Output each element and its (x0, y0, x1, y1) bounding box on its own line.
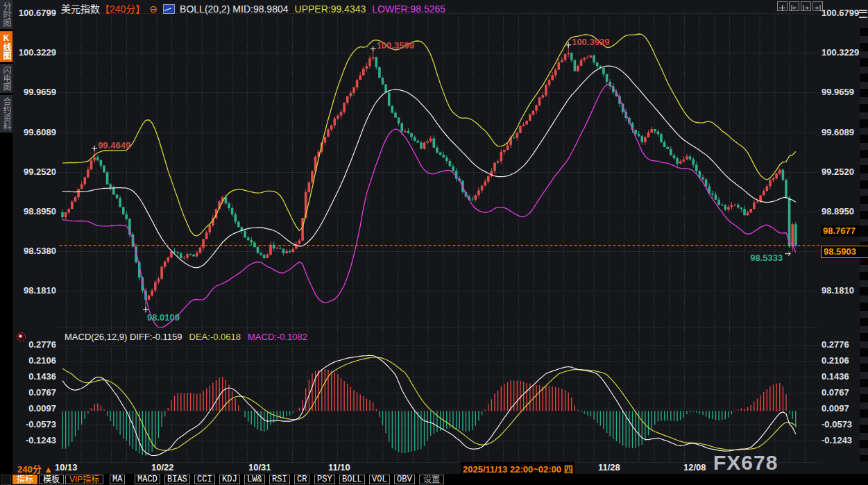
macd-axis-label-right: -0.0573 (822, 419, 852, 430)
pan-icon[interactable] (777, 1, 788, 11)
time-axis-label: 11/10 (328, 462, 350, 473)
time-axis-label: 10/22 (151, 462, 174, 473)
sidebar-item-4[interactable]: 合约资料 (0, 95, 12, 133)
macd-plot (62, 355, 796, 456)
toolbar-button-cr[interactable]: CR (294, 475, 309, 484)
toolbar-button-vip[interactable]: VIP指标 (65, 475, 103, 484)
toolbar-button-cci[interactable]: CCI (194, 475, 215, 484)
extreme-marker (143, 307, 148, 312)
macd-diff-line (62, 355, 796, 455)
macd-formula: MACD(26,12,9) DIFF:-0.1159 (65, 332, 182, 342)
sidebar-item-2[interactable]: K线图 (0, 31, 12, 62)
macd-axis-label-right: -0.1243 (822, 435, 852, 446)
trading-app: 美元指数【240分】⊖BOLL(20,2) MID:98.9804UPPER:9… (0, 0, 868, 485)
chart-title-bar: 美元指数【240分】⊖BOLL(20,2) MID:98.9804UPPER:9… (61, 1, 445, 13)
price-annotation: 98.5333 (744, 253, 783, 263)
toolbar-button-boll[interactable]: BOLL (339, 475, 365, 484)
toolbar-button-rsi[interactable]: RSI (269, 475, 290, 484)
price-axis-label-right: 99.6089 (822, 127, 854, 138)
extreme-marker (371, 46, 376, 51)
boll-mid-line (62, 66, 796, 268)
price-axis-label-right: 98.8950 (822, 206, 854, 217)
toolbar-button-btn1[interactable]: 模板 (39, 475, 64, 484)
shift-end-icon[interactable] (812, 1, 823, 11)
time-axis-label: 12/08 (683, 462, 706, 473)
extreme-arrow (785, 252, 790, 256)
indicator-dot-icon[interactable] (17, 332, 26, 341)
toolbar-button-macd[interactable]: MACD (135, 475, 160, 484)
price-axis-label-right: 100.6799 (822, 8, 859, 19)
boll-indicator-label: BOLL(20,2) MID:98.9804 (180, 3, 288, 15)
price-annotation: 99.4649 (98, 140, 130, 151)
left-sidebar: 分时图K线图闪电图合约资料 (0, 0, 12, 485)
extreme-marker (92, 146, 97, 151)
macd-histogram-positive (92, 369, 787, 411)
price-annotation: 100.3939 (572, 37, 609, 47)
toolbar-button-lw[interactable]: LW& (244, 475, 265, 484)
bottom-toolbar: 指标模板VIP指标MAMACDBIASCCIKDJLW&RSICRPSYBOLL… (0, 474, 868, 485)
toolbar-button-ma[interactable]: MA (110, 475, 125, 484)
boll-upper-line (62, 34, 796, 236)
shift-right-icon[interactable] (801, 1, 811, 11)
toolbar-button-obv[interactable]: OBV (394, 475, 415, 484)
price-axis-label-right: 100.3229 (822, 47, 859, 58)
price-annotation: 100.3599 (377, 40, 414, 51)
price-axis-label-right: 99.2520 (822, 167, 854, 178)
price-axis-label-right: 99.9659 (822, 87, 854, 98)
toolbar-corner-box (1, 475, 11, 485)
candlestick-plot (61, 34, 797, 327)
collapse-icon[interactable]: ⊖ (149, 3, 158, 15)
toolbar-button-kdj[interactable]: KDJ (219, 475, 240, 484)
toolbar-button-vol[interactable]: VOL (369, 475, 390, 484)
chart-canvas (0, 0, 868, 485)
toolbar-button-btn0[interactable]: 指标 (12, 475, 37, 484)
sidebar-item-1[interactable]: 分时图 (0, 0, 12, 29)
macd-macd-value: MACD:-0.1082 (248, 332, 307, 342)
watermark-logo: FX678 (713, 451, 778, 475)
price-annotation: 98.0109 (147, 312, 180, 323)
chart-type-icon[interactable] (163, 4, 175, 14)
macd-axis-label-right: 0.2106 (822, 355, 849, 366)
macd-axis-label-right: 0.0767 (822, 387, 849, 398)
shift-left-icon[interactable] (789, 1, 799, 11)
price-axis-label-right: 98.1810 (822, 285, 854, 296)
time-axis-label: 10/13 (55, 462, 78, 473)
price-marker-last: 98.5903 (821, 246, 868, 258)
right-edge-scrollbar[interactable] (860, 28, 868, 461)
menu-icon[interactable] (859, 10, 867, 18)
symbol-name: 美元指数 (61, 3, 100, 15)
toolbar-button-bias[interactable]: BIAS (164, 475, 190, 484)
boll-upper-value: UPPER:99.4343 (295, 3, 366, 15)
sidebar-item-3[interactable]: 闪电图 (0, 64, 12, 93)
boll-lower-value: LOWER:98.5265 (372, 3, 445, 15)
chart-tool-icons (777, 1, 824, 14)
time-axis-label: 10/31 (248, 462, 271, 473)
macd-dea-line (62, 357, 796, 450)
boll-lower-line (62, 85, 796, 327)
toolbar-button-psy[interactable]: PSY (314, 475, 335, 484)
macd-header: MACD(26,12,9) DIFF:-0.1159DEA:-0.0618MAC… (65, 332, 307, 342)
period-badge: 【240分】 (100, 3, 145, 15)
price-marker-previous: 98.7677 (821, 226, 868, 237)
macd-dea-value: DEA:-0.0618 (189, 332, 241, 342)
macd-axis-label-right: 0.0097 (822, 403, 849, 414)
macd-axis-label-right: 0.1436 (822, 371, 849, 382)
toolbar-button-btn15[interactable]: 设置 (419, 475, 444, 484)
time-axis-label: 11/28 (598, 462, 620, 473)
macd-axis-label-right: 0.2776 (822, 339, 849, 350)
